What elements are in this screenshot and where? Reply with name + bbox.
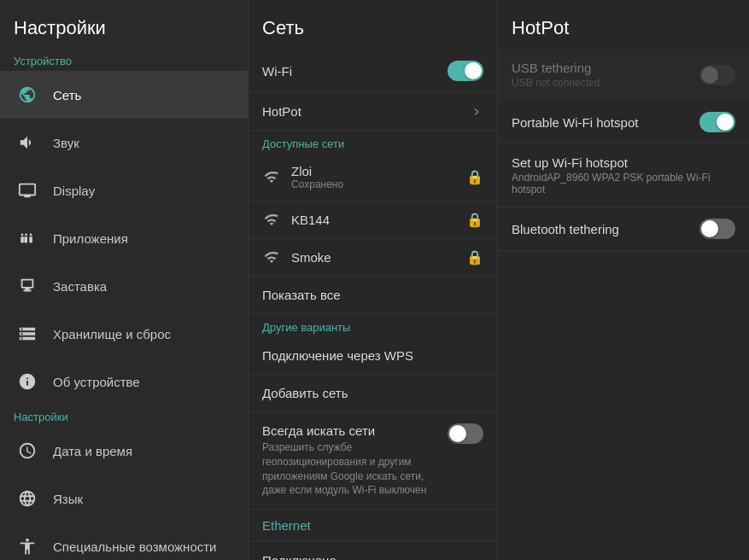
- portable-wifi-row: Portable Wi-Fi hotspot: [498, 101, 749, 144]
- accessibility-icon: [14, 533, 41, 560]
- right-panel: HotPot USB tethering USB not connected P…: [498, 0, 749, 560]
- network-item-zloi[interactable]: Zloi Сохранено 🔒: [249, 154, 497, 201]
- lock-icon-kb144: 🔒: [466, 212, 483, 228]
- network-smoke-info: Smoke: [291, 250, 466, 265]
- network-item-smoke[interactable]: Smoke 🔒: [249, 239, 497, 277]
- wifi-signal-kb144-icon: [262, 213, 281, 228]
- usb-not-connected: USB not connected: [512, 77, 600, 89]
- chevron-right-icon: [470, 105, 483, 119]
- connected-section: Подключено fe80::c07e:19be:627e:648f 192…: [249, 542, 497, 560]
- sidebar-item-accessibility-label: Специальные возможности: [53, 540, 217, 554]
- network-title: Сеть: [249, 0, 497, 50]
- network-smoke-name: Smoke: [291, 250, 466, 265]
- usb-tethering-row: USB tethering USB not connected: [498, 50, 749, 101]
- portable-wifi-toggle[interactable]: [699, 112, 735, 132]
- usb-tethering-label: USB tethering: [512, 61, 600, 75]
- bluetooth-tethering-toggle[interactable]: [699, 219, 735, 239]
- wifi-signal-smoke-icon: [262, 250, 281, 265]
- wifi-signal-zloi-icon: [262, 170, 281, 185]
- setup-wifi-label: Set up Wi-Fi hotspot: [512, 155, 628, 170]
- wps-button[interactable]: Подключение через WPS: [249, 337, 497, 375]
- network-icon: [14, 81, 41, 108]
- sidebar-item-display-label: Display: [53, 184, 95, 198]
- sidebar-item-screensaver[interactable]: Заставка: [0, 262, 248, 310]
- settings-title: Настройки: [0, 0, 248, 50]
- sidebar-item-datetime-label: Дата и время: [53, 444, 132, 458]
- bluetooth-tethering-row: Bluetooth tethering: [498, 207, 749, 251]
- section-device-label: Устройство: [0, 50, 248, 71]
- other-variants-label: Другие варианты: [249, 314, 497, 337]
- network-item-kb144[interactable]: KB144 🔒: [249, 201, 497, 239]
- hotpot-label: HotPot: [262, 104, 301, 119]
- wifi-toggle[interactable]: [448, 61, 483, 81]
- sidebar-item-sound-label: Звук: [53, 136, 79, 150]
- setup-wifi-desc: AndroidAP_8960 WPA2 PSK portable Wi-Fi h…: [512, 172, 735, 195]
- section-settings-label: Настройки: [0, 405, 248, 427]
- hotpot-row[interactable]: HotPot: [249, 93, 497, 131]
- apps-icon: [14, 225, 41, 252]
- always-search-text: Всегда искать сети Разрешить службе геоп…: [262, 423, 439, 498]
- portable-wifi-label: Portable Wi-Fi hotspot: [512, 115, 638, 130]
- always-search-title: Всегда искать сети: [262, 423, 439, 438]
- hotpot-panel-title: HotPot: [498, 0, 749, 50]
- ethernet-link[interactable]: Ethernet: [249, 510, 497, 542]
- network-zloi-name: Zloi: [291, 164, 466, 178]
- language-icon: [14, 485, 41, 512]
- about-icon: [14, 368, 41, 395]
- sidebar-item-language-label: Язык: [53, 492, 83, 506]
- always-search-desc: Разрешить службе геопозиционирования и д…: [262, 440, 439, 498]
- sidebar-item-datetime[interactable]: Дата и время: [0, 427, 248, 475]
- sidebar-item-storage-label: Хранилище и сброс: [53, 327, 171, 341]
- always-search-row: Всегда искать сети Разрешить службе геоп…: [249, 412, 497, 510]
- wifi-label: Wi-Fi: [262, 64, 292, 79]
- sidebar-item-storage[interactable]: Хранилище и сброс: [0, 310, 248, 358]
- always-search-toggle[interactable]: [448, 423, 483, 444]
- screensaver-icon: [14, 272, 41, 300]
- sidebar-item-network-label: Сеть: [53, 88, 81, 102]
- middle-panel: Сеть Wi-Fi HotPot Доступные сети Zloi Со…: [248, 0, 498, 560]
- sidebar-item-apps[interactable]: Приложения: [0, 214, 248, 262]
- sidebar-item-network[interactable]: Сеть: [0, 71, 248, 119]
- sidebar-item-screensaver-label: Заставка: [53, 279, 107, 294]
- network-kb144-info: KB144: [291, 213, 466, 227]
- clock-icon: [14, 437, 41, 464]
- sidebar-item-apps-label: Приложения: [53, 231, 128, 246]
- left-panel: Настройки Устройство Сеть Звук Display: [0, 0, 248, 560]
- display-icon: [14, 177, 41, 204]
- sidebar-item-sound[interactable]: Звук: [0, 119, 248, 166]
- wifi-row: Wi-Fi: [249, 50, 497, 93]
- available-networks-label: Доступные сети: [249, 131, 497, 154]
- storage-icon: [14, 320, 41, 347]
- network-zloi-sub: Сохранено: [291, 178, 466, 190]
- usb-tethering-info: USB tethering USB not connected: [512, 61, 600, 89]
- sidebar-item-about[interactable]: Об устройстве: [0, 358, 248, 405]
- usb-tethering-toggle: [699, 65, 735, 85]
- show-all-button[interactable]: Показать все: [249, 277, 497, 314]
- bluetooth-tethering-label: Bluetooth tethering: [512, 222, 619, 236]
- add-network-button[interactable]: Добавить сеть: [249, 375, 497, 412]
- setup-wifi-row[interactable]: Set up Wi-Fi hotspot AndroidAP_8960 WPA2…: [498, 144, 749, 207]
- lock-icon-smoke: 🔒: [466, 249, 483, 265]
- sidebar-item-language[interactable]: Язык: [0, 475, 248, 522]
- sidebar-item-about-label: Об устройстве: [53, 375, 140, 389]
- sound-icon: [14, 129, 41, 156]
- sidebar-item-accessibility[interactable]: Специальные возможности: [0, 522, 248, 560]
- lock-icon-zloi: 🔒: [466, 169, 483, 185]
- sidebar-item-display[interactable]: Display: [0, 166, 248, 214]
- network-zloi-info: Zloi Сохранено: [291, 164, 466, 190]
- network-kb144-name: KB144: [291, 213, 466, 227]
- connected-title: Подключено: [262, 553, 483, 560]
